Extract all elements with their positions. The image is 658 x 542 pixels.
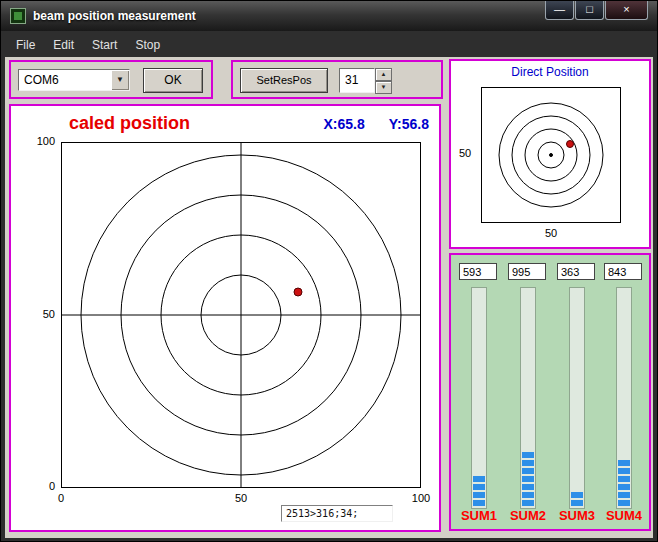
sum-channel-1: 593 SUM1 xyxy=(457,263,501,525)
window-controls: — □ × xyxy=(545,1,648,20)
setrespos-group: SetResPos 31 ▲ ▼ xyxy=(231,60,443,99)
spinner-down-icon[interactable]: ▼ xyxy=(375,81,392,94)
close-button[interactable]: × xyxy=(605,1,648,20)
direct-bullseye-graphic xyxy=(482,88,620,222)
bullseye-graphic xyxy=(62,143,420,487)
sum-meter xyxy=(618,460,630,506)
sum2-meter-track xyxy=(520,287,536,509)
direct-point xyxy=(566,140,574,148)
ytick-0: 0 xyxy=(25,480,55,492)
ytick-100: 100 xyxy=(25,135,55,147)
direct-ytick-50: 50 xyxy=(459,147,471,159)
menubar: File Edit Start Stop xyxy=(7,34,169,55)
sums-panel: 593 SUM1 995 SUM2 363 SUM3 xyxy=(449,253,651,531)
respos-spinner: 31 ▲ ▼ xyxy=(339,68,392,93)
sum4-meter-track xyxy=(616,287,632,509)
sum-channel-3: 363 SUM3 xyxy=(555,263,599,525)
spinner-up-icon[interactable]: ▲ xyxy=(375,68,392,81)
sum1-meter-track xyxy=(471,287,487,509)
titlebar[interactable]: beam position measurement — □ × xyxy=(1,1,657,31)
menu-start[interactable]: Start xyxy=(83,36,126,54)
sum2-value-box[interactable]: 995 xyxy=(508,263,546,280)
minimize-button[interactable]: — xyxy=(545,1,574,20)
direct-position-title: Direct Position xyxy=(451,65,649,79)
status-field[interactable]: 2513>316;34; xyxy=(281,505,393,522)
maximize-button[interactable]: □ xyxy=(575,1,604,20)
direct-position-panel: Direct Position 50 50 xyxy=(449,59,651,249)
respos-value-field[interactable]: 31 xyxy=(339,68,375,93)
xtick-0: 0 xyxy=(48,492,74,504)
window-title: beam position measurement xyxy=(33,9,196,23)
sum-meter xyxy=(571,492,583,506)
caled-point xyxy=(293,287,302,296)
ok-button[interactable]: OK xyxy=(143,68,203,93)
sum-meter xyxy=(473,476,485,506)
app-window: beam position measurement — □ × File Edi… xyxy=(0,0,658,542)
caled-frame xyxy=(61,142,421,488)
plot-title: caled position xyxy=(69,113,190,134)
ytick-50: 50 xyxy=(25,308,55,320)
sum3-value-box[interactable]: 363 xyxy=(557,263,595,280)
sum3-label: SUM3 xyxy=(555,508,599,523)
sum-channel-2: 995 SUM2 xyxy=(506,263,550,525)
com-port-value: COM6 xyxy=(19,70,111,90)
readout-y: Y:56.8 xyxy=(389,116,429,132)
menu-file[interactable]: File xyxy=(7,36,44,54)
sum-channel-4: 843 SUM4 xyxy=(602,263,646,525)
chevron-down-icon[interactable]: ▼ xyxy=(111,70,129,90)
position-readout: X:65.8 Y:56.8 xyxy=(324,116,429,132)
xtick-50: 50 xyxy=(228,492,254,504)
setrespos-button[interactable]: SetResPos xyxy=(240,68,328,93)
sum4-label: SUM4 xyxy=(602,508,646,523)
sum1-label: SUM1 xyxy=(457,508,501,523)
menu-stop[interactable]: Stop xyxy=(126,36,169,54)
caled-position-panel: caled position X:65.8 Y:56.8 100 50 0 xyxy=(9,104,441,532)
direct-xtick-50: 50 xyxy=(539,227,563,239)
sum2-label: SUM2 xyxy=(506,508,550,523)
xtick-100: 100 xyxy=(408,492,434,504)
sum1-value-box[interactable]: 593 xyxy=(459,263,497,280)
sum4-value-box[interactable]: 843 xyxy=(604,263,642,280)
direct-frame xyxy=(481,87,621,223)
sum-meter xyxy=(522,452,534,506)
menu-edit[interactable]: Edit xyxy=(44,36,83,54)
app-icon xyxy=(10,8,26,24)
readout-x: X:65.8 xyxy=(324,116,365,132)
sum3-meter-track xyxy=(569,287,585,509)
com-group: COM6 ▼ OK xyxy=(9,60,213,99)
client-area: COM6 ▼ OK SetResPos 31 ▲ ▼ caled positio… xyxy=(5,57,653,538)
com-port-select[interactable]: COM6 ▼ xyxy=(18,69,130,91)
